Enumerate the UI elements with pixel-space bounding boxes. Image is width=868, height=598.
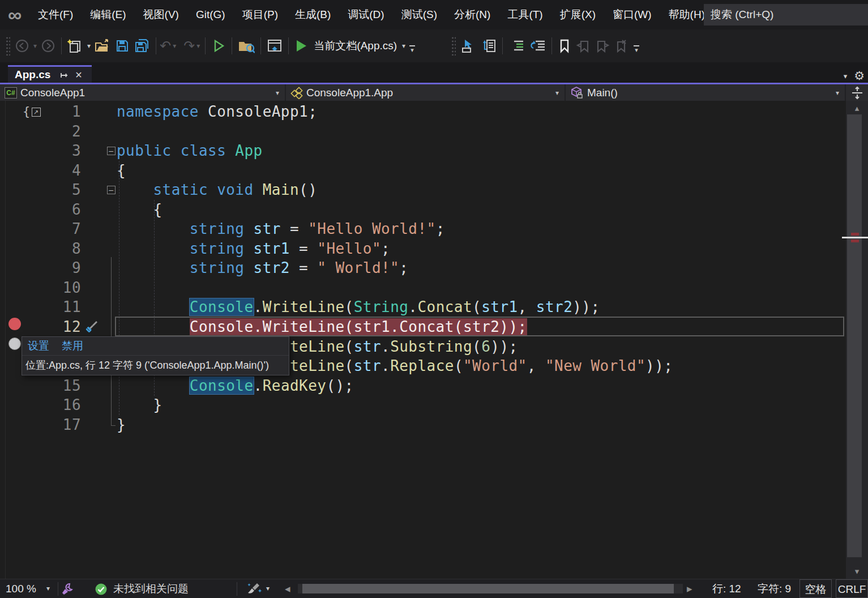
browse-home-button[interactable] — [264, 35, 285, 57]
code-line[interactable]: 8 string str1 = "Hello"; — [0, 239, 846, 259]
open-file-button[interactable] — [92, 35, 113, 57]
document-health-icon[interactable] — [61, 582, 74, 598]
run-target-dropdown[interactable]: ▾ — [400, 42, 407, 50]
scroll-left-icon[interactable]: ◂ — [285, 579, 290, 598]
outdent-button[interactable] — [527, 35, 548, 57]
toolbar-overflow-button[interactable]: ▾ — [631, 45, 642, 52]
menu-item[interactable]: 生成(B) — [287, 0, 339, 29]
code-cleanup-icon[interactable] — [247, 582, 263, 598]
menu-item[interactable]: 项目(P) — [234, 0, 287, 29]
navigate-back-dropdown[interactable]: ▾ — [32, 42, 39, 50]
breakpoint-settings-link[interactable]: 设置 — [28, 339, 49, 353]
vertical-scrollbar[interactable]: ▴ ▾ — [846, 101, 868, 579]
code-line[interactable]: 1namespace ConsoleApp1; — [0, 102, 846, 122]
gear-icon[interactable]: ⚙ — [854, 69, 865, 83]
horizontal-scrollbar-thumb[interactable] — [302, 584, 674, 593]
menu-item[interactable]: 工具(T) — [499, 0, 551, 29]
tab-list-dropdown[interactable]: ▾ — [844, 72, 848, 80]
code-line[interactable]: 6 { — [0, 200, 846, 220]
csharp-file-icon: C# — [5, 87, 17, 99]
start-without-debugging-button[interactable] — [209, 35, 228, 57]
member-dropdown[interactable]: Main() ▾ — [566, 84, 846, 101]
save-button[interactable] — [113, 35, 132, 57]
indent-button[interactable] — [506, 35, 527, 57]
visual-studio-window: ∞ 文件(F)编辑(E)视图(V)Git(G)项目(P)生成(B)调试(D)测试… — [0, 0, 868, 598]
new-project-button[interactable] — [65, 35, 85, 57]
code-text: { — [117, 161, 126, 181]
menu-item[interactable]: 窗口(W) — [604, 0, 660, 29]
search-input[interactable]: 搜索 (Ctrl+Q) — [704, 4, 868, 25]
code-line[interactable]: 5 static void Main() — [0, 180, 846, 200]
pin-icon[interactable] — [56, 71, 71, 79]
code-line[interactable]: 2 — [0, 122, 846, 142]
toggle-bookmark-button[interactable] — [555, 35, 574, 57]
health-message[interactable]: 未找到相关问题 — [113, 579, 189, 598]
scroll-right-icon[interactable]: ▸ — [687, 579, 692, 598]
previous-bookmark-button[interactable] — [574, 35, 593, 57]
menu-item[interactable]: 视图(V) — [135, 0, 187, 29]
code-line[interactable]: 11 Console.WriteLine(String.Concat(str1,… — [0, 297, 846, 317]
navigate-back-button[interactable] — [12, 35, 32, 57]
zoom-level[interactable]: 100 % — [6, 579, 36, 598]
run-target-label[interactable]: 当前文档(App.cs) — [310, 39, 400, 53]
line-number: 1 — [0, 102, 83, 122]
code-line[interactable]: 7 string str = "Hello World!"; — [0, 219, 846, 239]
toolbar-overflow-button[interactable]: ▾ — [407, 45, 417, 52]
scroll-up-icon[interactable]: ▴ — [846, 103, 868, 113]
menu-item[interactable]: 测试(S) — [393, 0, 446, 29]
code-line[interactable]: 10 — [0, 278, 846, 298]
breakpoint-disable-link[interactable]: 禁用 — [62, 339, 83, 353]
undo-dropdown[interactable]: ▾ — [171, 42, 178, 50]
spaces-indicator[interactable]: 空格 — [799, 579, 832, 598]
breakpoint-disabled-icon[interactable] — [8, 338, 21, 350]
scroll-down-icon[interactable]: ▾ — [846, 566, 868, 576]
run-current-document-button[interactable] — [292, 35, 310, 57]
project-dropdown[interactable]: C# ConsoleApp1 ▾ — [0, 84, 286, 101]
menu-item[interactable]: 编辑(E) — [82, 0, 134, 29]
menu-item[interactable]: 分析(N) — [446, 0, 499, 29]
vs-logo-icon: ∞ — [0, 0, 29, 29]
vertical-scrollbar-thumb[interactable] — [847, 114, 862, 557]
breakpoint-icon[interactable] — [8, 318, 21, 330]
code-line[interactable]: 4{ — [0, 161, 846, 181]
redo-button[interactable]: ↷ — [183, 38, 195, 54]
eol-indicator[interactable]: CRLF — [836, 579, 868, 598]
code-line[interactable]: 3public class App — [0, 141, 846, 161]
undo-button[interactable]: ↶ — [160, 38, 171, 54]
collapse-region-button[interactable]: – — [107, 147, 116, 155]
menu-item[interactable]: 文件(F) — [29, 0, 82, 29]
breakpoint-settings-icon[interactable] — [84, 319, 99, 334]
menu-item[interactable]: 调试(D) — [339, 0, 392, 29]
code-line[interactable]: 15 Console.ReadKey(); — [0, 376, 846, 396]
line-indicator[interactable]: 行: 12 — [712, 579, 741, 598]
split-window-button[interactable] — [846, 84, 868, 101]
toolbar-grip[interactable] — [451, 36, 456, 55]
menu-item[interactable]: Git(G) — [187, 0, 234, 29]
new-project-dropdown[interactable]: ▾ — [85, 42, 92, 50]
next-bookmark-button[interactable] — [593, 35, 612, 57]
navigate-cursor-button[interactable] — [458, 35, 478, 57]
navigate-forward-button[interactable] — [39, 35, 58, 57]
redo-dropdown[interactable]: ▾ — [195, 42, 202, 50]
save-all-button[interactable] — [132, 35, 152, 57]
code-line[interactable]: 16 } — [0, 395, 846, 415]
find-in-files-button[interactable] — [236, 35, 257, 57]
close-icon[interactable]: ✕ — [71, 70, 85, 80]
toolbar-grip[interactable] — [6, 36, 10, 55]
code-line[interactable]: 12 Console.WriteLine(str1.Concat(str2)); — [0, 317, 846, 337]
clear-bookmarks-button[interactable] — [612, 35, 631, 57]
sync-active-document-button[interactable] — [478, 35, 499, 57]
menu-item[interactable]: 扩展(X) — [551, 0, 604, 29]
code-line[interactable]: 17} — [0, 415, 846, 435]
code-lines[interactable]: 1namespace ConsoleApp1;23public class Ap… — [0, 102, 846, 434]
zoom-dropdown[interactable]: ▾ — [46, 579, 50, 598]
collapse-region-button[interactable]: – — [107, 186, 116, 194]
tab-appcs[interactable]: App.cs ✕ — [8, 65, 92, 83]
code-cleanup-dropdown[interactable]: ▾ — [266, 579, 270, 598]
code-editor[interactable]: { ↗ 1namespace ConsoleApp1;23public clas… — [0, 101, 846, 579]
code-line[interactable]: 9 string str2 = " World!"; — [0, 258, 846, 278]
column-indicator[interactable]: 字符: 9 — [758, 579, 791, 598]
type-dropdown[interactable]: ConsoleApp1.App ▾ — [286, 84, 566, 101]
horizontal-scrollbar[interactable] — [298, 584, 683, 593]
line-number: 6 — [0, 200, 83, 220]
